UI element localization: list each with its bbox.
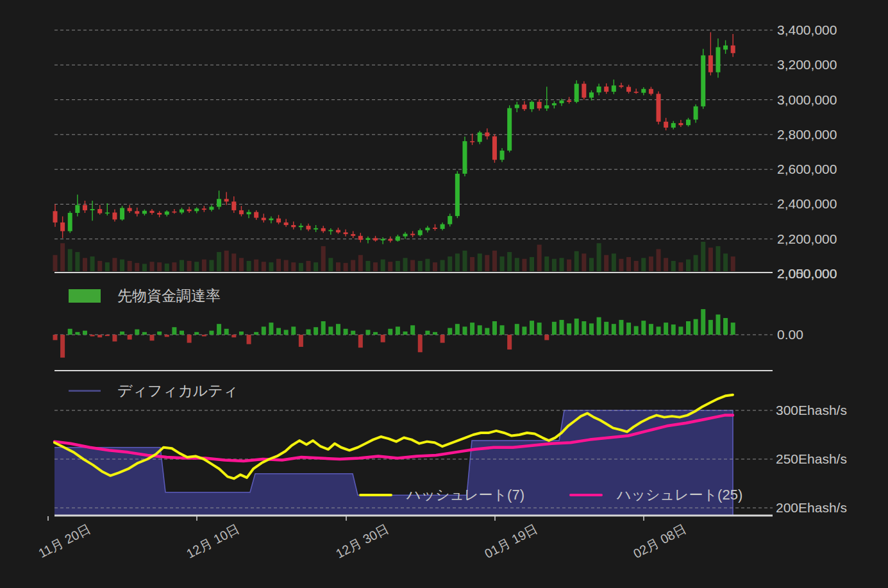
hashrate-axis-label: 200Ehash/s [776, 501, 847, 514]
price-axis-label: 3,000,000 [777, 93, 837, 106]
hashrate25-legend: ハッシュレート(25) [569, 486, 742, 504]
price-axis-label: 3,200,000 [777, 58, 837, 71]
price-axis-label: 2,800,000 [777, 128, 837, 141]
hashrate-axis-label: 250Ehash/s [776, 452, 847, 466]
difficulty-legend-label: ディフィカルティ [117, 381, 238, 401]
hashrate25-legend-label: ハッシュレート(25) [617, 485, 742, 505]
funding-rate-legend-label: 先物資金調達率 [117, 286, 221, 306]
crypto-chart-root: 先物資金調達率 ディフィカルティ ハッシュレート(7) ハッシュレート(25) … [0, 0, 888, 588]
difficulty-legend-swatch [69, 390, 101, 392]
hashrate7-legend-swatch [359, 494, 392, 496]
hashrate7-legend: ハッシュレート(7) [359, 486, 524, 504]
hashrate-axis-label: 300Ehash/s [776, 403, 847, 417]
hashrate7-legend-label: ハッシュレート(7) [406, 485, 524, 505]
price-axis-label: 3,400,000 [777, 23, 837, 37]
funding-zero-label: 0.00 [777, 328, 803, 341]
price-axis-label: 2,400,000 [777, 197, 837, 210]
difficulty-legend: ディフィカルティ [69, 382, 238, 399]
price-axis-label: 2,600,000 [777, 162, 837, 176]
hashrate25-legend-swatch [569, 494, 603, 496]
funding-rate-legend: 先物資金調達率 [69, 286, 221, 306]
price-axis-label: 2,200,000 [777, 232, 837, 246]
price-axis-overlap-label: 2,050,000 [777, 267, 837, 280]
funding-rate-legend-swatch [69, 289, 101, 303]
